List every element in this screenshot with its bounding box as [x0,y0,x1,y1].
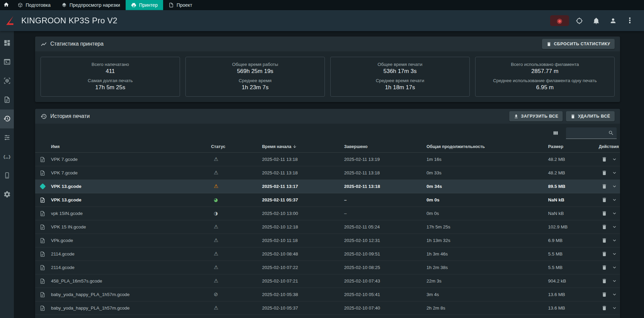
status-icon [214,291,218,297]
delete-job-button[interactable] [601,196,608,203]
macros-icon [3,154,11,160]
delete-job-button[interactable] [601,277,608,285]
tab-project[interactable]: Проект [163,0,198,10]
sidebar-item-files[interactable] [0,91,14,109]
delete-job-button[interactable] [601,169,608,176]
sidebar-item-settings[interactable] [0,185,14,204]
column-header-status[interactable]: Статус [211,144,262,149]
status-icon [214,224,218,230]
column-header-duration[interactable]: Общая продолжительность [427,144,548,149]
layers-icon [61,2,67,8]
expand-row-button[interactable] [611,223,618,230]
table-row[interactable]: vpk 15IN.gcode 2025-02-10 13:00 – 0m 0s … [35,207,620,220]
file-name: 2114.gcode [51,265,211,270]
status-icon [214,156,218,162]
sidebar [0,31,14,318]
printer-icon [131,2,136,8]
total-duration: 1m 16s [427,157,548,162]
file-size: 5.5 MB [548,251,599,256]
gcode-file-icon [40,197,46,203]
table-row[interactable]: VPK 7.gcode 2025-02-11 13:18 2025-02-11 … [35,166,620,180]
expand-row-button[interactable] [611,169,618,176]
column-header-actions: Действия [599,144,620,149]
reset-statistics-button[interactable]: СБРОСИТЬ СТАТИСТИКУ [542,39,615,49]
table-row[interactable]: VPK 7.gcode 2025-02-11 13:18 2025-02-11 … [35,153,620,166]
tab-printer[interactable]: Принтер [126,0,163,10]
expand-row-button[interactable] [611,304,618,312]
header-actions [550,14,644,27]
sidebar-item-history[interactable] [0,109,14,128]
expand-row-button[interactable] [611,183,618,190]
delete-job-button[interactable] [601,264,608,271]
table-row[interactable]: 2114.gcode 2025-02-10 07:22 2025-02-10 0… [35,261,620,274]
account-icon[interactable] [606,14,620,27]
sidebar-item-gcode-preview[interactable] [0,72,14,91]
tune-icon [3,134,11,142]
total-duration: 0m 0s [427,197,548,202]
table-row[interactable]: VPK 13.gcode 2025-02-11 13:17 2025-02-11… [35,180,620,193]
expand-row-button[interactable] [611,210,618,217]
expand-row-button[interactable] [611,291,618,298]
start-time: 2025-02-11 13:18 [262,157,344,162]
column-header-start[interactable]: Время начала [262,144,344,149]
delete-job-button[interactable] [601,223,608,230]
table-columns-icon[interactable] [552,130,559,136]
delete-all-button[interactable]: УДАЛИТЬ ВСЁ [566,111,615,121]
start-time: 2025-02-10 12:18 [262,224,344,229]
start-time: 2025-02-10 07:22 [262,265,344,270]
table-row[interactable]: baby_yoda_happy_PLA_1h57m.gcode 2025-02-… [35,315,620,318]
document-icon [169,2,174,8]
expand-row-button[interactable] [611,250,618,258]
table-row[interactable]: baby_yoda_happy_PLA_1h57m.gcode 2025-02-… [35,301,620,315]
history-panel-title: История печати [50,113,90,119]
expand-row-button[interactable] [611,237,618,244]
stat-label: Самая долгая печать [44,78,176,83]
history-icon [41,113,47,120]
table-row[interactable]: VPk.gcode 2025-02-10 11:18 2025-02-10 12… [35,234,620,247]
history-table-body: VPK 7.gcode 2025-02-11 13:18 2025-02-11 … [35,153,620,318]
crosshairs-icon[interactable] [572,14,586,27]
end-time: 2025-02-10 07:43 [344,278,427,284]
delete-job-button[interactable] [601,250,608,258]
download-all-button[interactable]: ЗАГРУЗИТЬ ВСЕ [509,111,563,121]
stat-card: Общее время печати 536h 17m 3s Среднее в… [330,57,470,97]
expand-row-button[interactable] [611,156,618,163]
sidebar-item-machine[interactable] [0,166,14,185]
dots-menu-icon[interactable] [623,14,637,27]
tab-prepare[interactable]: Подготовка [12,0,56,10]
column-header-end[interactable]: Завершено [344,144,427,149]
column-header-size[interactable]: Размер [548,144,599,149]
expand-row-button[interactable] [611,196,618,203]
delete-job-button[interactable] [601,183,608,190]
sidebar-item-tune[interactable] [0,128,14,147]
files-icon [3,96,11,104]
delete-job-button[interactable] [601,291,608,298]
bell-icon[interactable] [589,14,603,27]
tab-label: Подготовка [26,2,51,8]
emergency-stop-icon[interactable] [550,15,569,26]
start-time: 2025-02-10 08:48 [262,251,344,256]
table-row[interactable]: 2114.gcode 2025-02-10 08:48 2025-02-10 0… [35,247,620,261]
search-field [566,127,617,139]
delete-job-button[interactable] [601,210,608,217]
delete-job-button[interactable] [601,237,608,244]
table-row[interactable]: VPK 13.gcode 2025-02-11 05:37 – 0m 0s Na… [35,193,620,207]
sidebar-item-console[interactable] [0,53,14,72]
sidebar-item-macros[interactable] [0,147,14,166]
expand-row-button[interactable] [611,277,618,285]
home-button[interactable] [0,0,12,10]
search-input[interactable] [569,130,608,136]
stats-panel-title: Статистика принтера [50,41,104,47]
column-header-name[interactable]: Имя [51,144,211,149]
expand-row-button[interactable] [611,264,618,271]
table-row[interactable]: 458_PLA_16m57s.gcode 2025-02-10 07:21 20… [35,274,620,288]
table-row[interactable]: baby_yoda_happy_PLA_1h57m.gcode 2025-02-… [35,288,620,301]
delete-job-button[interactable] [601,304,608,312]
table-row[interactable]: VPK 15 IN.gcode 2025-02-10 12:18 2025-02… [35,220,620,234]
gcode-preview-icon [3,77,11,85]
delete-job-button[interactable] [601,156,608,163]
tab-slice-preview[interactable]: Предпросмотр нарезки [56,0,126,10]
sidebar-item-dashboard[interactable] [0,34,14,53]
file-name: vpk 15IN.gcode [51,211,211,216]
print-history-panel: История печати ЗАГРУЗИТЬ ВСЕ УДАЛИТЬ ВСЁ [35,109,620,318]
